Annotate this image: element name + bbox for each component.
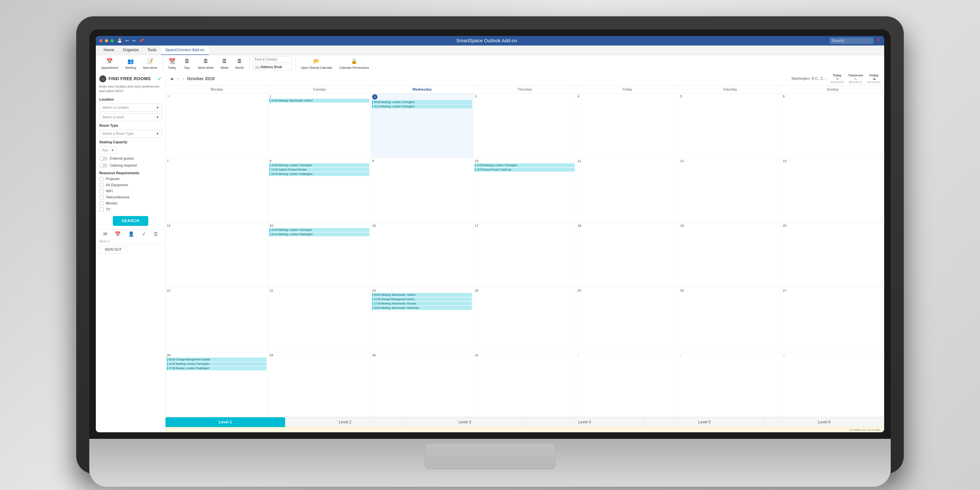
calendar-cell-w2-d1[interactable]: 7 [165, 158, 268, 223]
calendar-event[interactable]: 16:10 Meeting; London; Farringdon [372, 105, 472, 108]
tab-spaceconnect[interactable]: SpaceConnect Add-on [161, 46, 209, 55]
maximize-btn[interactable] [111, 39, 114, 42]
appointment-button[interactable]: 📅 Appointment [99, 56, 120, 70]
new-items-button[interactable]: 📝 New Items [141, 56, 159, 70]
nav-tasks-icon[interactable]: ✓ [142, 231, 146, 237]
calendar-permissions-button[interactable]: 🔒 Calendar Permissions [337, 56, 371, 70]
calendar-cell-w4-d2[interactable]: 22 [268, 288, 371, 352]
calendar-event[interactable]: 16:10 Meeting; London; Paddington [269, 232, 369, 236]
nav-more-icon[interactable]: ☰ [154, 231, 158, 237]
calendar-event[interactable]: 17:00 Review; London; Paddington [167, 366, 267, 370]
calendar-cell-w4-d6[interactable]: 26 [679, 288, 781, 352]
calendar-cell-w2-d6[interactable]: 12 [679, 158, 781, 223]
calendar-event[interactable]: 18:00 Meeting; Manchester; Altrincham [372, 306, 472, 310]
seating-dropdown[interactable]: Any ▼ [99, 146, 117, 154]
calendar-cell-w1-d1[interactable]: 30 [165, 94, 268, 158]
calendar-cell-w2-d5[interactable]: 11 [576, 158, 679, 223]
tab-home[interactable]: Home [99, 46, 118, 55]
calendar-cell-w1-d3[interactable]: 209:00 Meeting; London; Farringdon16:10 … [371, 94, 473, 158]
month-button[interactable]: 🗓 Month [234, 56, 246, 70]
help-icon[interactable]: ❓ [876, 38, 881, 43]
calendar-event[interactable]: 15:00 Dave Prowse; Catch up [475, 168, 574, 172]
calendar-cell-w4-d5[interactable]: 25 [576, 288, 679, 352]
today-button[interactable]: 📆 Today [166, 56, 178, 70]
meeting-button[interactable]: 👥 Meeting [124, 56, 138, 70]
address-book-button[interactable]: 📖 Address Book [253, 64, 292, 70]
calendar-cell-w2-d4[interactable]: 1010:00 Meeting; London; Farringdon15:00… [473, 158, 576, 223]
work-week-button[interactable]: 🗓 Work Week [196, 56, 215, 70]
monitor-checkbox[interactable] [99, 201, 103, 205]
calendar-cell-w2-d3[interactable]: 9 [371, 158, 473, 223]
calendar-cell-w3-d4[interactable]: 17 [473, 223, 576, 287]
calendar-cell-w5-d6[interactable]: 2 [679, 352, 781, 417]
nav-mail-icon[interactable]: ✉ [103, 231, 107, 237]
nav-people-icon[interactable]: 👤 [128, 231, 134, 237]
level-tab-2[interactable]: Level 2 [285, 417, 405, 427]
calendar-cell-w3-d5[interactable]: 18 [576, 223, 679, 287]
av-equipment-checkbox[interactable] [99, 183, 103, 187]
select-location-dropdown[interactable]: Select a Location ▼ [99, 103, 162, 111]
undo-icon[interactable]: ↩ [126, 38, 129, 43]
calendar-cell-w1-d2[interactable]: 110:00 Meeting; Manchester; Salford [268, 94, 371, 158]
next-button[interactable]: › [181, 76, 185, 81]
calendar-cell-w4-d7[interactable]: 27 [782, 288, 884, 352]
week-button[interactable]: 🗓 Week [219, 56, 230, 70]
trackpad[interactable] [425, 443, 555, 469]
calendar-cell-w5-d3[interactable]: 30 [371, 352, 473, 417]
pin-icon[interactable]: 📌 [139, 38, 144, 43]
calendar-cell-w4-d1[interactable]: 21 [165, 288, 268, 352]
calendar-event[interactable]: 10:00 Meeting; London; Farringdon [269, 163, 369, 167]
level-tab-3[interactable]: Level 3 [405, 417, 525, 427]
calendar-cell-w5-d2[interactable]: 29 [268, 352, 371, 417]
close-btn[interactable] [99, 39, 102, 42]
wifi-checkbox[interactable] [99, 189, 103, 193]
calendar-event[interactable]: 09:00 Meeting; Manchester; Salford [372, 293, 472, 297]
calendar-cell-w3-d7[interactable]: 20 [782, 223, 884, 287]
calendar-event[interactable]: 16:00 Meeting; London; Paddington [269, 172, 369, 176]
calendar-cell-w3-d1[interactable]: 14 [165, 223, 268, 287]
find-contact-input[interactable] [253, 56, 292, 62]
level-tab-5[interactable]: Level 5 [644, 417, 764, 427]
calendar-cell-w1-d5[interactable]: 4 [576, 94, 679, 158]
calendar-cell-w2-d7[interactable]: 13 [782, 158, 884, 223]
level-tab-6[interactable]: Level 6 [764, 417, 884, 427]
calendar-event[interactable]: 10:00 Meeting; London; Farringdon [475, 163, 574, 167]
calendar-event[interactable]: 10:00 Meeting; Manchester; Salford [269, 99, 369, 103]
calendar-cell-w1-d6[interactable]: 5 [679, 94, 781, 158]
tab-tools[interactable]: Tools [143, 46, 161, 55]
search-button[interactable]: SEARCH [113, 216, 148, 226]
projector-checkbox[interactable] [99, 177, 103, 181]
external-guests-toggle[interactable] [99, 156, 108, 161]
calendar-cell-w1-d4[interactable]: 3 [473, 94, 576, 158]
calendar-cell-w3-d3[interactable]: 16 [371, 223, 473, 287]
minimize-btn[interactable] [105, 39, 108, 42]
sign-out-button[interactable]: SIGN OUT [99, 246, 127, 253]
open-shared-calendar-button[interactable]: 📂 Open Shared Calendar [299, 56, 334, 70]
prev-prev-button[interactable]: ◀ [169, 76, 174, 81]
calendar-event[interactable]: 17:00 Meeting; Manchester; Ancoats [372, 302, 472, 305]
tv-checkbox[interactable] [99, 207, 103, 212]
calendar-cell-w3-d6[interactable]: 19 [679, 223, 781, 287]
save-icon[interactable]: 💾 [117, 38, 122, 43]
calendar-cell-w5-d4[interactable]: 31 [473, 352, 576, 417]
calendar-event[interactable]: 10:00 Meeting; London; Farringdon [269, 228, 369, 232]
calendar-event[interactable]: 09:00 Change Management Update [167, 358, 267, 361]
calendar-cell-w2-d2[interactable]: 810:00 Meeting; London; Farringdon12:00 … [268, 158, 371, 223]
nav-calendar-icon[interactable]: 📅 [115, 231, 121, 237]
tab-organize[interactable]: Organize [118, 46, 143, 55]
select-level-dropdown[interactable]: Select a Level ▼ [99, 113, 162, 121]
room-type-dropdown[interactable]: Select a Room Type ▼ [99, 130, 162, 138]
calendar-cell-w4-d4[interactable]: 24 [473, 288, 576, 352]
calendar-event[interactable]: 12:35 Change Management Introd... [372, 297, 472, 301]
level-tab-1[interactable]: Level 1 [165, 417, 285, 427]
calendar-cell-w4-d3[interactable]: 2309:00 Meeting; Manchester; Salford12:3… [371, 288, 473, 352]
calendar-cell-w5-d5[interactable]: 1 [576, 352, 679, 417]
teleconference-checkbox[interactable] [99, 195, 103, 199]
calendar-cell-w5-d1[interactable]: 2809:00 Change Management Update14:30 Me… [165, 352, 268, 417]
back-button[interactable]: ← [99, 75, 106, 82]
prev-button[interactable]: ‹ [176, 76, 180, 81]
level-tab-4[interactable]: Level 4 [525, 417, 644, 427]
calendar-cell-w1-d7[interactable]: 6 [782, 94, 884, 158]
calendar-cell-w5-d7[interactable]: 3 [782, 352, 884, 417]
calendar-event[interactable]: 12:00 Saphire Product Review [269, 168, 369, 172]
